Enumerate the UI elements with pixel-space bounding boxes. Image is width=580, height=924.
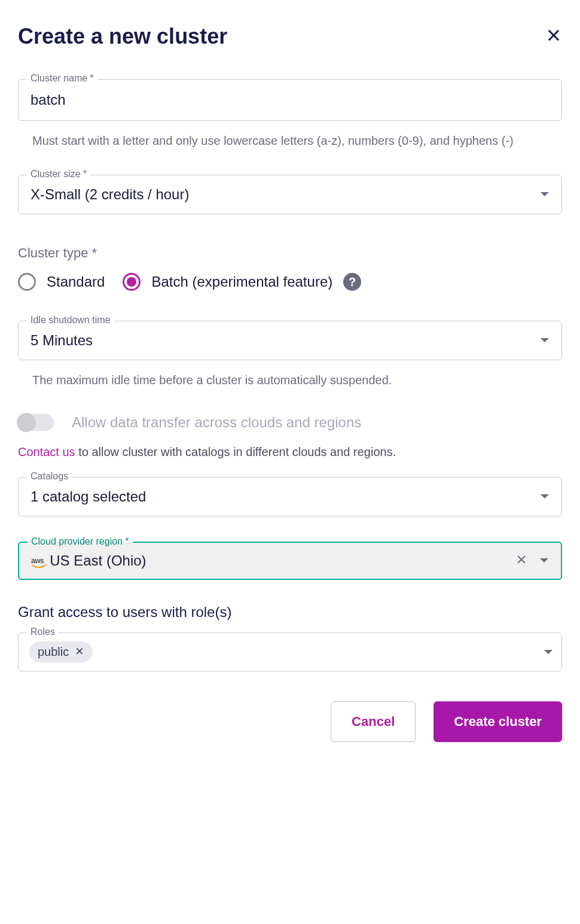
contact-rest-text: to allow cluster with catalogs in differ… (75, 445, 396, 458)
close-icon[interactable] (545, 27, 562, 46)
catalogs-label: Catalogs (27, 471, 72, 482)
chevron-down-icon (540, 491, 550, 502)
radio-standard-label: Standard (47, 273, 105, 290)
idle-shutdown-value: 5 Minutes (30, 332, 93, 349)
help-icon[interactable]: ? (343, 273, 361, 291)
idle-shutdown-select[interactable]: Idle shutdown time 5 Minutes (18, 321, 562, 360)
chevron-down-icon (540, 189, 550, 200)
cluster-type-label: Cluster type * (18, 245, 562, 261)
chevron-down-icon (539, 555, 549, 566)
grant-access-heading: Grant access to users with role(s) (18, 604, 562, 621)
roles-label: Roles (27, 627, 59, 637)
region-select[interactable]: Cloud provider region * aws US East (Ohi… (18, 542, 562, 580)
aws-icon: aws (31, 557, 44, 565)
role-chip: public (29, 642, 93, 662)
cross-region-toggle[interactable] (18, 414, 54, 431)
catalogs-select[interactable]: Catalogs 1 catalog selected (18, 477, 562, 516)
chevron-down-icon (544, 647, 553, 658)
cluster-size-value: X-Small (2 credits / hour) (30, 186, 189, 203)
catalogs-value: 1 catalog selected (30, 488, 146, 505)
radio-circle-selected-icon (123, 273, 141, 291)
cluster-name-input[interactable] (19, 80, 561, 120)
radio-standard[interactable]: Standard (18, 273, 105, 291)
role-chip-label: public (38, 645, 69, 659)
radio-batch-label: Batch (experimental feature) (151, 273, 332, 290)
cluster-name-field[interactable]: Cluster name * (18, 79, 562, 121)
cluster-name-label: Cluster name * (27, 73, 97, 84)
create-cluster-button[interactable]: Create cluster (434, 701, 562, 742)
cluster-size-select[interactable]: Cluster size * X-Small (2 credits / hour… (18, 175, 562, 214)
radio-circle-icon (18, 273, 36, 291)
roles-select[interactable]: Roles public (18, 633, 562, 671)
cross-region-label: Allow data transfer across clouds and re… (72, 414, 361, 431)
cluster-name-helper: Must start with a letter and only use lo… (32, 130, 548, 151)
page-title: Create a new cluster (18, 24, 227, 49)
cancel-button[interactable]: Cancel (331, 701, 416, 742)
idle-shutdown-helper: The maximum idle time before a cluster i… (32, 370, 548, 390)
region-value: US East (Ohio) (50, 552, 146, 569)
chip-remove-icon[interactable] (75, 646, 84, 658)
contact-us-link[interactable]: Contact us (18, 445, 75, 458)
chevron-down-icon (540, 335, 550, 346)
radio-batch[interactable]: Batch (experimental feature) ? (123, 273, 361, 291)
cluster-type-group: Standard Batch (experimental feature) ? (18, 273, 562, 291)
toggle-knob-icon (17, 413, 36, 432)
cluster-size-label: Cluster size * (27, 169, 90, 180)
region-label: Cloud provider region * (28, 536, 133, 547)
clear-icon[interactable] (515, 554, 527, 568)
idle-shutdown-label: Idle shutdown time (27, 315, 114, 326)
